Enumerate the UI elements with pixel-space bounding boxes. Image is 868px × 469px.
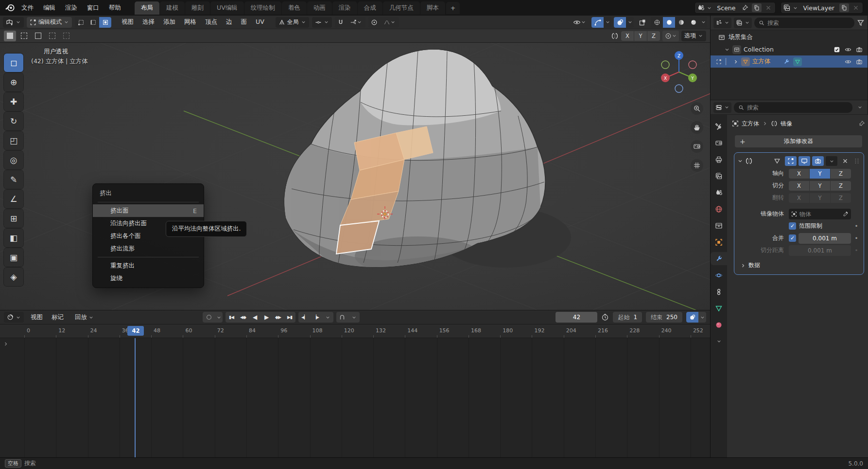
shading-solid-button[interactable]: [663, 17, 675, 28]
chevron-down-icon[interactable]: [707, 5, 712, 11]
timeline-body[interactable]: [0, 338, 710, 457]
falloff-button[interactable]: [381, 17, 399, 28]
viewlayer-remove-button[interactable]: [851, 3, 861, 12]
vertex-select-button[interactable]: [75, 17, 87, 28]
scene-unlink-button[interactable]: [764, 3, 773, 12]
workspace-tab-合成[interactable]: 合成: [358, 1, 382, 15]
gizmos-toggle[interactable]: [591, 17, 604, 28]
frame-back-button[interactable]: ◀▏: [298, 312, 310, 323]
timeline-view-toggle[interactable]: [686, 312, 698, 323]
object-row-selected[interactable]: ▏ 立方体: [711, 55, 868, 68]
properties-tab-physics[interactable]: [711, 269, 727, 282]
outliner-search[interactable]: [754, 18, 854, 28]
gizmos-dropdown[interactable]: [604, 17, 611, 28]
properties-search[interactable]: [734, 102, 852, 113]
workspace-tab-动画[interactable]: 动画: [307, 1, 332, 15]
select-mode-intersect[interactable]: [60, 31, 72, 41]
viewport-menu-视图[interactable]: 视图: [117, 16, 138, 28]
current-frame-badge[interactable]: 42: [127, 326, 144, 336]
tool-select-box-button[interactable]: ◻: [4, 54, 23, 72]
properties-tab-world[interactable]: [711, 202, 727, 216]
visibility-dropdown[interactable]: [570, 17, 589, 28]
workspace-tab-UV编辑[interactable]: UV编辑: [210, 1, 244, 15]
scene-collection-row[interactable]: 场景集合: [711, 31, 868, 43]
xray-toggle[interactable]: [636, 17, 648, 28]
pan-hand-icon[interactable]: [691, 121, 703, 134]
tool-add-cube-button[interactable]: ⊞: [4, 209, 23, 228]
drag-handle-icon[interactable]: [853, 157, 861, 165]
select-mode-invert[interactable]: [46, 31, 58, 41]
timeline-menu-视图[interactable]: 视图: [26, 311, 47, 324]
clipping-checkbox[interactable]: ✓: [789, 222, 796, 230]
pin-icon[interactable]: [740, 3, 750, 12]
breadcrumb-object[interactable]: 立方体: [742, 120, 759, 128]
shading-wireframe-button[interactable]: [651, 17, 663, 28]
checkbox-icon[interactable]: [833, 45, 841, 54]
collection-row[interactable]: Collection: [711, 43, 868, 55]
tool-inset-faces-button[interactable]: ▣: [4, 248, 23, 267]
outliner-editor-type-button[interactable]: [713, 18, 731, 28]
play-reverse-button[interactable]: ◀: [249, 312, 260, 323]
jump-to-end-button[interactable]: ▶▮: [284, 312, 295, 323]
frame-forward-button[interactable]: ▕▶: [310, 312, 322, 323]
workspace-tab-建模[interactable]: 建模: [160, 1, 185, 15]
workspace-tab-布局[interactable]: 布局: [135, 1, 159, 15]
mirror-axis-x[interactable]: X: [621, 31, 634, 41]
modifier-bisect-y[interactable]: Y: [810, 181, 830, 191]
delete-modifier-button[interactable]: [839, 156, 851, 166]
frame-start-field[interactable]: 起始 1: [613, 312, 642, 323]
viewlayer-copy-button[interactable]: [839, 3, 849, 12]
workspace-tab-纹理绘制[interactable]: 纹理绘制: [244, 1, 281, 15]
properties-tab-tool[interactable]: [711, 120, 727, 133]
3d-viewport[interactable]: 用户透视 (42) 立方体 | 立方体 ◻⊕✚↻◰◎✎∠⊞◧▣◈ Z X Y: [0, 43, 710, 310]
properties-tab-material[interactable]: [711, 318, 727, 331]
orthographic-grid-icon[interactable]: [691, 159, 703, 172]
select-mode-set[interactable]: [4, 31, 16, 41]
collection-label[interactable]: Collection: [744, 46, 774, 53]
face-select-button[interactable]: [99, 17, 111, 28]
eyedropper-icon[interactable]: [843, 211, 849, 217]
decorator-dot[interactable]: •: [852, 223, 861, 230]
overlays-toggle[interactable]: [614, 17, 626, 28]
zoom-icon[interactable]: [691, 102, 703, 115]
camera-icon[interactable]: [855, 57, 864, 66]
merge-value-field[interactable]: 0.001 m: [799, 233, 851, 244]
current-frame-field[interactable]: [556, 312, 597, 323]
channel-expand-icon[interactable]: [3, 341, 9, 348]
timeline-editor-type-button[interactable]: [4, 312, 24, 323]
properties-search-input[interactable]: [747, 104, 848, 111]
properties-tab-modifiers[interactable]: [711, 252, 727, 265]
viewport-menu-网格[interactable]: 网格: [180, 16, 201, 28]
properties-tab-render[interactable]: [711, 136, 727, 149]
viewlayer-selector[interactable]: ViewLayer: [781, 2, 863, 14]
modifier-axis-y[interactable]: Y: [810, 169, 830, 179]
tool-extrude-region-button[interactable]: ◧: [4, 229, 23, 247]
modifier-wrench-icon[interactable]: [782, 57, 791, 66]
proportional-edit-toggle[interactable]: [368, 17, 381, 28]
workspace-tab-雕刻[interactable]: 雕刻: [185, 1, 210, 15]
mirror-object-field[interactable]: [789, 209, 851, 219]
add-workspace-tab[interactable]: +: [446, 2, 460, 14]
chevron-down-icon[interactable]: [793, 5, 798, 11]
eye-icon[interactable]: [844, 45, 852, 54]
prev-keyframe-button[interactable]: ◀◆: [237, 312, 249, 323]
options-dropdown[interactable]: 选项: [681, 31, 706, 41]
playhead[interactable]: [135, 338, 136, 457]
menu-item-挤出面[interactable]: 挤出面E: [93, 204, 204, 217]
clock-icon[interactable]: [601, 313, 609, 321]
menu-item-旋绕[interactable]: 旋绕: [93, 272, 204, 285]
on-cage-toggle[interactable]: [771, 156, 783, 166]
overlays-dropdown[interactable]: [626, 17, 634, 28]
topbar-menu-渲染[interactable]: 渲染: [60, 2, 82, 14]
tool-annotate-button[interactable]: ✎: [4, 170, 23, 189]
workspace-tab-几何节点[interactable]: 几何节点: [383, 1, 420, 15]
arch-dropdown[interactable]: [348, 312, 360, 323]
properties-tab-view-layer[interactable]: [711, 169, 727, 182]
properties-tab-collection[interactable]: [711, 219, 727, 232]
topbar-menu-编辑[interactable]: 编辑: [38, 2, 60, 14]
workspace-tab-渲染[interactable]: 渲染: [332, 1, 357, 15]
frame-end-field[interactable]: 结束 250: [646, 312, 682, 323]
filter-icon[interactable]: [857, 19, 865, 27]
properties-tabs-overflow[interactable]: [711, 335, 727, 348]
timeline-ruler[interactable]: 0122436486072849610812013214415616818019…: [0, 325, 710, 338]
